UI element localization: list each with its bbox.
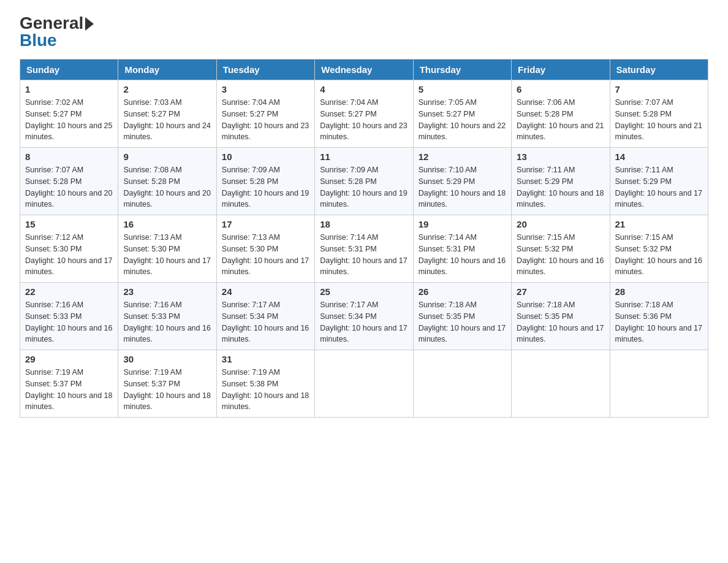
day-number: 21 [615,219,703,229]
day-cell: 29 Sunrise: 7:19 AM Sunset: 5:37 PM Dayl… [20,350,118,418]
day-number: 28 [615,286,703,297]
day-info: Sunrise: 7:19 AM Sunset: 5:37 PM Dayligh… [123,367,211,413]
day-info: Sunrise: 7:12 AM Sunset: 5:30 PM Dayligh… [25,232,113,278]
day-cell: 5 Sunrise: 7:05 AM Sunset: 5:27 PM Dayli… [413,80,511,148]
day-info: Sunrise: 7:10 AM Sunset: 5:29 PM Dayligh… [419,164,506,210]
day-cell: 10 Sunrise: 7:09 AM Sunset: 5:28 PM Dayl… [216,148,314,215]
day-cell: 17 Sunrise: 7:13 AM Sunset: 5:30 PM Dayl… [216,215,314,283]
day-info: Sunrise: 7:02 AM Sunset: 5:27 PM Dayligh… [25,97,113,143]
day-cell [512,350,610,418]
day-info: Sunrise: 7:14 AM Sunset: 5:31 PM Dayligh… [419,232,506,278]
day-info: Sunrise: 7:18 AM Sunset: 5:36 PM Dayligh… [615,299,703,345]
day-info: Sunrise: 7:14 AM Sunset: 5:31 PM Dayligh… [320,232,408,278]
logo: General Blue [20,15,94,49]
day-number: 15 [25,219,113,229]
day-number: 20 [517,219,604,229]
day-info: Sunrise: 7:13 AM Sunset: 5:30 PM Dayligh… [222,232,309,278]
day-number: 16 [123,219,211,229]
week-row-4: 22 Sunrise: 7:16 AM Sunset: 5:33 PM Dayl… [20,283,708,350]
day-number: 31 [222,354,309,364]
day-cell: 9 Sunrise: 7:08 AM Sunset: 5:28 PM Dayli… [118,148,216,215]
day-info: Sunrise: 7:07 AM Sunset: 5:28 PM Dayligh… [25,164,113,210]
day-info: Sunrise: 7:13 AM Sunset: 5:30 PM Dayligh… [123,232,211,278]
logo-general-text: General [20,15,94,32]
weekday-header-monday: Monday [118,59,216,80]
day-cell: 25 Sunrise: 7:17 AM Sunset: 5:34 PM Dayl… [315,283,413,350]
day-cell: 26 Sunrise: 7:18 AM Sunset: 5:35 PM Dayl… [413,283,511,350]
day-cell: 11 Sunrise: 7:09 AM Sunset: 5:28 PM Dayl… [315,148,413,215]
day-number: 17 [222,219,309,229]
day-cell: 22 Sunrise: 7:16 AM Sunset: 5:33 PM Dayl… [20,283,118,350]
day-number: 6 [517,84,604,94]
weekday-header-thursday: Thursday [413,59,511,80]
day-info: Sunrise: 7:09 AM Sunset: 5:28 PM Dayligh… [320,164,408,210]
day-info: Sunrise: 7:19 AM Sunset: 5:37 PM Dayligh… [25,367,113,413]
day-cell: 15 Sunrise: 7:12 AM Sunset: 5:30 PM Dayl… [20,215,118,283]
day-info: Sunrise: 7:07 AM Sunset: 5:28 PM Dayligh… [615,97,703,143]
day-info: Sunrise: 7:15 AM Sunset: 5:32 PM Dayligh… [517,232,604,278]
day-info: Sunrise: 7:06 AM Sunset: 5:28 PM Dayligh… [517,97,604,143]
calendar-table: SundayMondayTuesdayWednesdayThursdayFrid… [20,59,708,418]
day-cell: 24 Sunrise: 7:17 AM Sunset: 5:34 PM Dayl… [216,283,314,350]
day-number: 18 [320,219,408,229]
day-info: Sunrise: 7:04 AM Sunset: 5:27 PM Dayligh… [222,97,309,143]
day-info: Sunrise: 7:09 AM Sunset: 5:28 PM Dayligh… [222,164,309,210]
day-number: 9 [123,151,211,162]
day-info: Sunrise: 7:15 AM Sunset: 5:32 PM Dayligh… [615,232,703,278]
day-info: Sunrise: 7:18 AM Sunset: 5:35 PM Dayligh… [419,299,506,345]
weekday-header-tuesday: Tuesday [216,59,314,80]
day-cell: 31 Sunrise: 7:19 AM Sunset: 5:38 PM Dayl… [216,350,314,418]
header: General Blue [20,15,708,49]
day-number: 14 [615,151,703,162]
day-info: Sunrise: 7:04 AM Sunset: 5:27 PM Dayligh… [320,97,408,143]
day-cell: 12 Sunrise: 7:10 AM Sunset: 5:29 PM Dayl… [413,148,511,215]
day-cell: 28 Sunrise: 7:18 AM Sunset: 5:36 PM Dayl… [610,283,708,350]
logo-blue-text: Blue [20,32,57,49]
day-info: Sunrise: 7:16 AM Sunset: 5:33 PM Dayligh… [123,299,211,345]
day-cell: 21 Sunrise: 7:15 AM Sunset: 5:32 PM Dayl… [610,215,708,283]
day-number: 2 [123,84,211,94]
day-cell: 20 Sunrise: 7:15 AM Sunset: 5:32 PM Dayl… [512,215,610,283]
day-cell: 18 Sunrise: 7:14 AM Sunset: 5:31 PM Dayl… [315,215,413,283]
day-number: 24 [222,286,309,297]
day-info: Sunrise: 7:05 AM Sunset: 5:27 PM Dayligh… [419,97,506,143]
day-info: Sunrise: 7:18 AM Sunset: 5:35 PM Dayligh… [517,299,604,345]
day-info: Sunrise: 7:16 AM Sunset: 5:33 PM Dayligh… [25,299,113,345]
day-number: 1 [25,84,113,94]
week-row-2: 8 Sunrise: 7:07 AM Sunset: 5:28 PM Dayli… [20,148,708,215]
day-number: 22 [25,286,113,297]
week-row-1: 1 Sunrise: 7:02 AM Sunset: 5:27 PM Dayli… [20,80,708,148]
day-cell: 13 Sunrise: 7:11 AM Sunset: 5:29 PM Dayl… [512,148,610,215]
day-number: 10 [222,151,309,162]
day-cell: 27 Sunrise: 7:18 AM Sunset: 5:35 PM Dayl… [512,283,610,350]
weekday-header-saturday: Saturday [610,59,708,80]
day-number: 30 [123,354,211,364]
day-number: 8 [25,151,113,162]
day-info: Sunrise: 7:08 AM Sunset: 5:28 PM Dayligh… [123,164,211,210]
day-number: 25 [320,286,408,297]
day-cell: 19 Sunrise: 7:14 AM Sunset: 5:31 PM Dayl… [413,215,511,283]
day-cell: 14 Sunrise: 7:11 AM Sunset: 5:29 PM Dayl… [610,148,708,215]
day-info: Sunrise: 7:03 AM Sunset: 5:27 PM Dayligh… [123,97,211,143]
day-number: 29 [25,354,113,364]
day-cell: 23 Sunrise: 7:16 AM Sunset: 5:33 PM Dayl… [118,283,216,350]
day-info: Sunrise: 7:11 AM Sunset: 5:29 PM Dayligh… [517,164,604,210]
day-number: 3 [222,84,309,94]
day-cell: 8 Sunrise: 7:07 AM Sunset: 5:28 PM Dayli… [20,148,118,215]
weekday-header-friday: Friday [512,59,610,80]
day-info: Sunrise: 7:11 AM Sunset: 5:29 PM Dayligh… [615,164,703,210]
day-number: 26 [419,286,506,297]
day-cell [413,350,511,418]
day-number: 27 [517,286,604,297]
day-cell: 1 Sunrise: 7:02 AM Sunset: 5:27 PM Dayli… [20,80,118,148]
day-number: 12 [419,151,506,162]
day-number: 4 [320,84,408,94]
day-info: Sunrise: 7:17 AM Sunset: 5:34 PM Dayligh… [222,299,309,345]
day-number: 7 [615,84,703,94]
weekday-header-row: SundayMondayTuesdayWednesdayThursdayFrid… [20,59,708,80]
week-row-3: 15 Sunrise: 7:12 AM Sunset: 5:30 PM Dayl… [20,215,708,283]
day-cell: 6 Sunrise: 7:06 AM Sunset: 5:28 PM Dayli… [512,80,610,148]
day-cell: 30 Sunrise: 7:19 AM Sunset: 5:37 PM Dayl… [118,350,216,418]
day-cell: 3 Sunrise: 7:04 AM Sunset: 5:27 PM Dayli… [216,80,314,148]
day-info: Sunrise: 7:17 AM Sunset: 5:34 PM Dayligh… [320,299,408,345]
